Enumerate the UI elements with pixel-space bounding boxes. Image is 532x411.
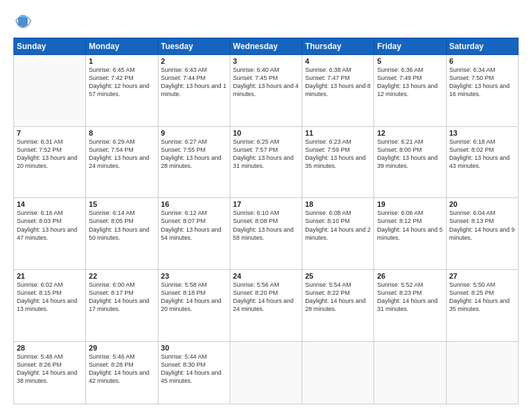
- day-info: Sunrise: 5:50 AMSunset: 8:25 PMDaylight:…: [449, 281, 515, 314]
- calendar-cell: 2Sunrise: 6:43 AMSunset: 7:44 PMDaylight…: [158, 55, 230, 127]
- day-number: 26: [377, 272, 443, 280]
- day-number: 21: [17, 272, 83, 280]
- day-info: Sunrise: 6:00 AMSunset: 8:17 PMDaylight:…: [89, 281, 154, 314]
- weekday-header: Tuesday: [158, 38, 230, 55]
- day-info: Sunrise: 5:58 AMSunset: 8:18 PMDaylight:…: [161, 281, 227, 314]
- calendar-cell: 26Sunrise: 5:52 AMSunset: 8:23 PMDayligh…: [374, 269, 446, 341]
- calendar-cell: 14Sunrise: 6:16 AMSunset: 8:03 PMDayligh…: [14, 198, 86, 270]
- day-info: Sunrise: 6:14 AMSunset: 8:05 PMDaylight:…: [89, 209, 154, 242]
- weekday-header: Thursday: [302, 38, 374, 55]
- day-info: Sunrise: 6:38 AMSunset: 7:47 PMDaylight:…: [305, 66, 371, 99]
- day-info: Sunrise: 6:12 AMSunset: 8:07 PMDaylight:…: [161, 209, 227, 242]
- day-number: 11: [305, 129, 371, 137]
- day-number: 27: [449, 272, 515, 280]
- day-number: 22: [89, 272, 154, 280]
- weekday-header: Monday: [86, 38, 158, 55]
- day-number: 23: [161, 272, 227, 280]
- calendar-week-row: 21Sunrise: 6:02 AMSunset: 8:15 PMDayligh…: [14, 269, 519, 341]
- calendar-cell: [446, 341, 518, 404]
- calendar-cell: [230, 341, 302, 404]
- calendar-table: SundayMondayTuesdayWednesdayThursdayFrid…: [13, 38, 519, 404]
- day-info: Sunrise: 6:36 AMSunset: 7:49 PMDaylight:…: [377, 66, 443, 99]
- day-info: Sunrise: 6:31 AMSunset: 7:52 PMDaylight:…: [17, 138, 83, 171]
- calendar-header-row: SundayMondayTuesdayWednesdayThursdayFrid…: [14, 38, 519, 55]
- calendar-cell: 7Sunrise: 6:31 AMSunset: 7:52 PMDaylight…: [14, 126, 86, 198]
- day-number: 9: [161, 129, 227, 137]
- calendar-cell: 29Sunrise: 5:46 AMSunset: 8:28 PMDayligh…: [86, 341, 158, 404]
- weekday-header: Saturday: [446, 38, 518, 55]
- calendar-cell: [302, 341, 374, 404]
- calendar-cell: 12Sunrise: 6:21 AMSunset: 8:00 PMDayligh…: [374, 126, 446, 198]
- day-number: 7: [17, 129, 83, 137]
- weekday-header: Friday: [374, 38, 446, 55]
- day-info: Sunrise: 5:48 AMSunset: 8:26 PMDaylight:…: [17, 353, 83, 385]
- day-info: Sunrise: 6:06 AMSunset: 8:12 PMDaylight:…: [377, 209, 443, 242]
- day-info: Sunrise: 6:08 AMSunset: 8:10 PMDaylight:…: [305, 209, 371, 242]
- calendar-cell: 23Sunrise: 5:58 AMSunset: 8:18 PMDayligh…: [158, 269, 230, 341]
- calendar-cell: 9Sunrise: 6:27 AMSunset: 7:55 PMDaylight…: [158, 126, 230, 198]
- day-info: Sunrise: 5:52 AMSunset: 8:23 PMDaylight:…: [377, 281, 443, 314]
- calendar-cell: 13Sunrise: 6:18 AMSunset: 8:02 PMDayligh…: [446, 126, 518, 198]
- header: [13, 12, 519, 31]
- calendar-cell: 24Sunrise: 5:56 AMSunset: 8:20 PMDayligh…: [230, 269, 302, 341]
- day-number: 18: [305, 200, 371, 208]
- calendar-cell: 18Sunrise: 6:08 AMSunset: 8:10 PMDayligh…: [302, 198, 374, 270]
- calendar-cell: 16Sunrise: 6:12 AMSunset: 8:07 PMDayligh…: [158, 198, 230, 270]
- calendar-cell: 28Sunrise: 5:48 AMSunset: 8:26 PMDayligh…: [14, 341, 86, 404]
- calendar-cell: 3Sunrise: 6:40 AMSunset: 7:45 PMDaylight…: [230, 55, 302, 127]
- day-info: Sunrise: 6:23 AMSunset: 7:59 PMDaylight:…: [305, 138, 371, 171]
- day-info: Sunrise: 5:44 AMSunset: 8:30 PMDaylight:…: [161, 353, 227, 385]
- calendar-cell: 10Sunrise: 6:25 AMSunset: 7:57 PMDayligh…: [230, 126, 302, 198]
- day-info: Sunrise: 6:04 AMSunset: 8:13 PMDaylight:…: [449, 209, 515, 242]
- day-number: 1: [89, 57, 154, 65]
- calendar-week-row: 14Sunrise: 6:16 AMSunset: 8:03 PMDayligh…: [14, 198, 519, 270]
- calendar-cell: [14, 55, 86, 127]
- day-number: 28: [17, 344, 83, 352]
- calendar-week-row: 7Sunrise: 6:31 AMSunset: 7:52 PMDaylight…: [14, 126, 519, 198]
- calendar-week-row: 28Sunrise: 5:48 AMSunset: 8:26 PMDayligh…: [14, 341, 519, 404]
- day-info: Sunrise: 6:29 AMSunset: 7:54 PMDaylight:…: [89, 138, 154, 171]
- day-info: Sunrise: 6:34 AMSunset: 7:50 PMDaylight:…: [449, 66, 515, 99]
- day-info: Sunrise: 5:56 AMSunset: 8:20 PMDaylight:…: [233, 281, 299, 314]
- day-number: 16: [161, 200, 227, 208]
- day-info: Sunrise: 6:16 AMSunset: 8:03 PMDaylight:…: [17, 209, 83, 242]
- day-number: 10: [233, 129, 299, 137]
- day-info: Sunrise: 5:46 AMSunset: 8:28 PMDaylight:…: [89, 353, 154, 385]
- calendar-cell: 19Sunrise: 6:06 AMSunset: 8:12 PMDayligh…: [374, 198, 446, 270]
- day-number: 17: [233, 200, 299, 208]
- calendar-cell: 17Sunrise: 6:10 AMSunset: 8:08 PMDayligh…: [230, 198, 302, 270]
- calendar-cell: 5Sunrise: 6:36 AMSunset: 7:49 PMDaylight…: [374, 55, 446, 127]
- weekday-header: Sunday: [14, 38, 86, 55]
- day-info: Sunrise: 5:54 AMSunset: 8:22 PMDaylight:…: [305, 281, 371, 314]
- day-number: 19: [377, 200, 443, 208]
- calendar-cell: 20Sunrise: 6:04 AMSunset: 8:13 PMDayligh…: [446, 198, 518, 270]
- day-number: 3: [233, 57, 299, 65]
- calendar-cell: 25Sunrise: 5:54 AMSunset: 8:22 PMDayligh…: [302, 269, 374, 341]
- logo-icon: [13, 12, 32, 31]
- day-number: 24: [233, 272, 299, 280]
- day-info: Sunrise: 6:10 AMSunset: 8:08 PMDaylight:…: [233, 209, 299, 242]
- weekday-header: Wednesday: [230, 38, 302, 55]
- day-number: 15: [89, 200, 154, 208]
- day-info: Sunrise: 6:18 AMSunset: 8:02 PMDaylight:…: [449, 138, 515, 171]
- day-number: 2: [161, 57, 227, 65]
- day-info: Sunrise: 6:40 AMSunset: 7:45 PMDaylight:…: [233, 66, 299, 99]
- logo: [13, 12, 35, 31]
- calendar-cell: 22Sunrise: 6:00 AMSunset: 8:17 PMDayligh…: [86, 269, 158, 341]
- day-info: Sunrise: 6:45 AMSunset: 7:42 PMDaylight:…: [89, 66, 154, 99]
- day-info: Sunrise: 6:43 AMSunset: 7:44 PMDaylight:…: [161, 66, 227, 99]
- day-number: 20: [449, 200, 515, 208]
- day-number: 12: [377, 129, 443, 137]
- day-number: 30: [161, 344, 227, 352]
- calendar-cell: 8Sunrise: 6:29 AMSunset: 7:54 PMDaylight…: [86, 126, 158, 198]
- day-number: 25: [305, 272, 371, 280]
- day-info: Sunrise: 6:27 AMSunset: 7:55 PMDaylight:…: [161, 138, 227, 171]
- day-info: Sunrise: 6:21 AMSunset: 8:00 PMDaylight:…: [377, 138, 443, 171]
- calendar-cell: 6Sunrise: 6:34 AMSunset: 7:50 PMDaylight…: [446, 55, 518, 127]
- day-info: Sunrise: 6:25 AMSunset: 7:57 PMDaylight:…: [233, 138, 299, 171]
- calendar-cell: 30Sunrise: 5:44 AMSunset: 8:30 PMDayligh…: [158, 341, 230, 404]
- day-number: 4: [305, 57, 371, 65]
- calendar-cell: 4Sunrise: 6:38 AMSunset: 7:47 PMDaylight…: [302, 55, 374, 127]
- day-number: 8: [89, 129, 154, 137]
- day-number: 29: [89, 344, 154, 352]
